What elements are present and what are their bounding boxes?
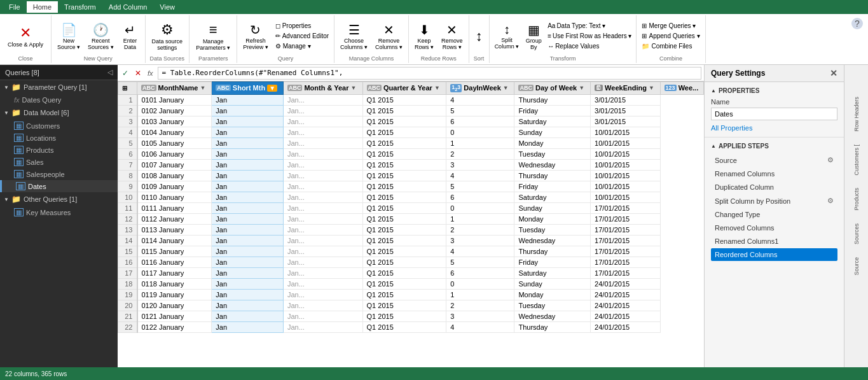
cell-dayofweek: Saturday: [514, 267, 591, 278]
query-item-salespeople[interactable]: ▦ Salespeople: [0, 168, 118, 180]
ribbon-group-parameters: ≡ ManageParameters ▾ Parameters: [189, 15, 237, 63]
row-number: 14: [118, 235, 137, 246]
step-item-changed-type[interactable]: Changed Type: [711, 208, 837, 221]
col-header-wee[interactable]: 123 Wee...: [660, 82, 703, 95]
name-input[interactable]: [711, 108, 837, 120]
queries-collapse-icon[interactable]: ◁: [107, 68, 113, 76]
query-item-dates-query[interactable]: fx Dates Query: [0, 94, 118, 106]
query-item-locations[interactable]: ▦ Locations: [0, 132, 118, 144]
cell-weekending: 10/01/2015: [591, 181, 660, 192]
cell-dayinweek: 3: [446, 159, 514, 170]
cell-monthyear: Jan...: [283, 105, 362, 116]
cell-weekending: 17/01/2015: [591, 224, 660, 235]
step-item-source[interactable]: Source⚙: [711, 153, 837, 167]
help-button[interactable]: ?: [846, 15, 868, 63]
cell-shortmth: Jan: [212, 181, 284, 192]
data-table-wrapper[interactable]: ⊞ ABC MonthName ▼ ABC: [118, 81, 704, 380]
settings-close-icon[interactable]: ✕: [830, 68, 837, 78]
check-icon[interactable]: ✓: [120, 67, 130, 79]
col-header-dayofweek[interactable]: ABC Day of Week ▼: [514, 82, 591, 95]
all-properties-link[interactable]: All Properties: [711, 124, 752, 132]
refresh-preview-button[interactable]: ↻ RefreshPreview ▾: [240, 20, 272, 52]
new-query-group-label: New Query: [84, 55, 113, 62]
step-item-duplicated-column[interactable]: Duplicated Column: [711, 181, 837, 194]
advanced-editor-button[interactable]: ✏ Advanced Editor: [273, 31, 331, 41]
data-type-button[interactable]: Aa Data Type: Text ▾: [546, 21, 633, 31]
sort-button[interactable]: ↕: [472, 17, 486, 55]
query-group-parameter-header[interactable]: ▼ 📁 Parameter Query [1]: [0, 80, 118, 94]
cell-monthyear: Jan...: [283, 137, 362, 148]
new-source-button[interactable]: 📄 NewSource ▾: [54, 20, 83, 52]
cell-dayofweek: Sunday: [514, 278, 591, 289]
query-item-sales[interactable]: ▦ Sales: [0, 156, 118, 168]
row-number: 7: [118, 159, 137, 170]
tab-file[interactable]: File: [3, 1, 27, 13]
cell-monthyear: Jan...: [283, 267, 362, 278]
col-header-monthyear[interactable]: ABC Month & Year ▼: [283, 82, 362, 95]
properties-button[interactable]: ◻ Properties: [273, 21, 331, 31]
data-source-settings-button[interactable]: ⚙ Data sourcesettings: [148, 17, 187, 55]
cell-dayinweek: 0: [446, 202, 514, 213]
manage-parameters-button[interactable]: ≡ ManageParameters ▾: [192, 17, 234, 55]
queries-header: Queries [8] ◁: [0, 65, 118, 80]
combine-files-button[interactable]: 📁 Combine Files: [639, 41, 702, 51]
query-item-customers[interactable]: ▦ Customers: [0, 120, 118, 132]
query-group-other-header[interactable]: ▼ 📁 Other Queries [1]: [0, 192, 118, 206]
query-item-key-measures[interactable]: ▦ Key Measures: [0, 206, 118, 218]
remove-rows-button[interactable]: ✕ RemoveRows ▾: [438, 20, 466, 52]
tab-add-column[interactable]: Add Column: [102, 1, 154, 13]
step-item-split-column-by-position[interactable]: Split Column by Position⚙: [711, 194, 837, 208]
col-header-weekending[interactable]: 🗓 WeekEnding ▼: [591, 82, 660, 95]
col-header-dayinweek[interactable]: 123 DayInWeek ▼: [446, 82, 514, 95]
choose-columns-button[interactable]: ☰ ChooseColumns ▾: [337, 20, 371, 52]
step-gear-icon[interactable]: ⚙: [827, 197, 834, 205]
step-item-renamed-columns[interactable]: Renamed Columns: [711, 167, 837, 180]
cell-dayofweek: Thursday: [514, 246, 591, 257]
recent-sources-button[interactable]: 🕐 RecentSources ▾: [85, 20, 117, 52]
tab-view[interactable]: View: [153, 1, 181, 13]
tab-transform[interactable]: Transform: [58, 1, 102, 13]
group-by-button[interactable]: ▦ GroupBy: [523, 20, 544, 52]
ribbon: ✕ Close & Apply Close 📄 NewSource ▾ 🕐 Re…: [0, 14, 868, 65]
query-group-data-model-header[interactable]: ▼ 📁 Data Model [6]: [0, 106, 118, 120]
cell-quarteryear: Q1 2015: [362, 192, 446, 202]
step-gear-icon[interactable]: ⚙: [827, 156, 834, 164]
cell-shortmth: Jan: [212, 267, 284, 278]
enter-data-button[interactable]: ↵ EnterData: [118, 20, 142, 52]
table-products-icon: ▦: [14, 146, 24, 154]
manage-button[interactable]: ⚙ Manage ▾: [273, 41, 331, 51]
remove-columns-button[interactable]: ✕ RemoveColumns ▾: [372, 20, 406, 52]
first-row-headers-button[interactable]: ≡ Use First Row as Headers ▾: [546, 31, 633, 41]
ribbon-group-reduce-rows: ⬇ KeepRows ▾ ✕ RemoveRows ▾ Reduce Rows: [409, 15, 469, 63]
tab-home[interactable]: Home: [27, 1, 58, 13]
formula-input[interactable]: [158, 67, 701, 80]
cell-monthname: 0105 January: [137, 137, 212, 148]
col-header-monthname[interactable]: ABC MonthName ▼: [137, 82, 212, 95]
step-item-removed-columns[interactable]: Removed Columns: [711, 222, 837, 234]
step-item-renamed-columns1[interactable]: Renamed Columns1: [711, 235, 837, 248]
table-row: 190119 JanuaryJanJan...Q1 20151Monday24/…: [118, 289, 704, 300]
query-item-products[interactable]: ▦ Products: [0, 144, 118, 156]
cross-icon[interactable]: ✕: [133, 67, 143, 79]
step-item-reordered-columns[interactable]: Reordered Columns: [711, 248, 837, 261]
cell-dayofweek: Wednesday: [514, 159, 591, 170]
col-header-quarteryear[interactable]: ABC Quarter & Year ▼: [362, 82, 446, 95]
keep-rows-button[interactable]: ⬇ KeepRows ▾: [411, 20, 437, 52]
append-queries-button[interactable]: ⊞ Append Queries ▾: [639, 31, 702, 41]
query-item-dates[interactable]: ▦ Dates: [0, 180, 118, 192]
cell-quarteryear: Q1 2015: [362, 94, 446, 105]
replace-values-button[interactable]: ↔ Replace Values: [546, 41, 633, 51]
split-column-button[interactable]: ↕ SplitColumn ▾: [492, 20, 522, 52]
merge-queries-button[interactable]: ⊞ Merge Queries ▾: [639, 21, 702, 31]
col-header-shortmth[interactable]: ABC Short Mth ▼: [212, 82, 284, 95]
cell-weekending: 24/01/2015: [591, 289, 660, 300]
recent-sources-icon: 🕐: [93, 22, 109, 38]
cell-monthname: 0115 January: [137, 246, 212, 257]
close-apply-button[interactable]: ✕ Close & Apply: [4, 17, 47, 55]
cell-dayofweek: Thursday: [514, 170, 591, 181]
ribbon-group-sort: ↕ Sort: [469, 15, 490, 63]
cell-dayofweek: Thursday: [514, 321, 591, 332]
ribbon-group-query: ↻ RefreshPreview ▾ ◻ Properties ✏ Advanc…: [237, 15, 334, 63]
row-number: 6: [118, 148, 137, 159]
status-bar: 22 columns, 365 rows: [0, 367, 868, 380]
